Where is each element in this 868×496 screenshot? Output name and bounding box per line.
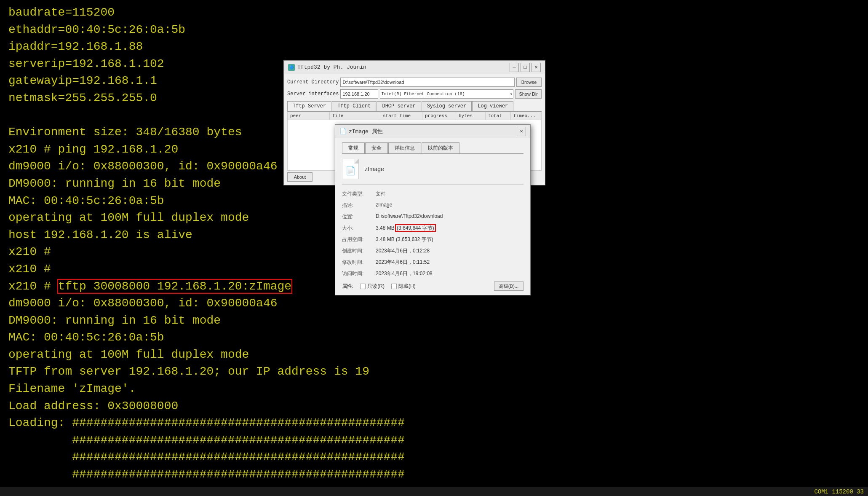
- props-tab-previous[interactable]: 以前的版本: [422, 142, 459, 153]
- col-total: total: [486, 112, 511, 120]
- show-dir-button[interactable]: Show Dir: [515, 89, 542, 99]
- props-attr-row: 属性: 只读(R) 隐藏(H) 高级(D)...: [342, 282, 523, 291]
- props-hidden-checkbox[interactable]: [391, 284, 397, 289]
- props-row-desc: 描述: zImage: [342, 202, 523, 209]
- tftp-close-btn[interactable]: ✕: [531, 63, 541, 72]
- current-dir-input[interactable]: [340, 78, 515, 87]
- server-name-text: Intel(R) Ethernet Connection (16) I219: [381, 92, 465, 97]
- size-highlight: (3,649,644 字节): [396, 225, 435, 231]
- col-bytes: bytes: [456, 112, 486, 120]
- props-row-accessed: 访问时间: 2023年4月6日，19:02:08: [342, 270, 523, 277]
- col-progress: progress: [422, 112, 456, 120]
- props-title-controls[interactable]: ✕: [517, 127, 526, 136]
- props-key-accessed: 访问时间:: [342, 270, 376, 277]
- col-peer: peer: [288, 112, 330, 120]
- props-tab-details[interactable]: 详细信息: [388, 142, 421, 153]
- props-title-left: 📄 zImage 属性: [339, 128, 383, 135]
- props-hidden-text: 隐藏(H): [398, 283, 416, 290]
- server-ip-input[interactable]: [340, 89, 378, 99]
- tftp-minimize-btn[interactable]: ─: [510, 63, 519, 72]
- props-close-btn[interactable]: ✕: [517, 127, 526, 136]
- props-key-size: 大小:: [342, 225, 376, 232]
- tftp-title-left: 🔷 Tftpd32 by Ph. Jounin: [288, 64, 366, 71]
- col-timeout: timeo...: [511, 112, 536, 120]
- server-name-dropdown[interactable]: Intel(R) Ethernet Connection (16) I219 ▼: [380, 89, 513, 99]
- props-app-icon: 📄: [339, 128, 346, 135]
- props-key-filetype: 文件类型:: [342, 190, 376, 198]
- props-value-size: 3.48 MB (3,649,644 字节): [376, 225, 523, 232]
- server-interfaces-row: Server interfaces Intel(R) Ethernet Conn…: [287, 89, 542, 99]
- props-row-created: 创建时间: 2023年4月6日，0:12:28: [342, 247, 523, 255]
- props-icon-row: 📄 zImage: [342, 159, 523, 185]
- props-value-location: D:\software\Tftpd32\download: [376, 213, 523, 220]
- props-titlebar: 📄 zImage 属性 ✕: [335, 125, 530, 138]
- props-value-desc: zImage: [376, 202, 523, 209]
- props-readonly-text: 只读(R): [367, 283, 385, 290]
- browse-button[interactable]: Browse: [516, 78, 542, 87]
- props-row-size: 大小: 3.48 MB (3,649,644 字节): [342, 225, 523, 232]
- props-key-modified: 修改时间:: [342, 259, 376, 266]
- server-interfaces-label: Server interfaces: [287, 91, 339, 97]
- tab-tftp-server[interactable]: Tftp Server: [287, 101, 331, 111]
- props-value-accessed: 2023年4月6日，19:02:08: [376, 270, 523, 277]
- props-row-filetype: 文件类型: 文件: [342, 190, 523, 198]
- col-start-time: start time: [380, 112, 422, 120]
- statusbar: COM1 115200 33: [0, 487, 868, 496]
- props-file-icon: 📄: [342, 159, 359, 179]
- props-body: 常规 安全 详细信息 以前的版本 📄 zImage 文件类型: 文件 描述: z…: [335, 138, 530, 295]
- props-key-used: 占用空间:: [342, 236, 376, 243]
- props-advanced-btn[interactable]: 高级(D)...: [494, 282, 523, 291]
- props-key-desc: 描述:: [342, 202, 376, 209]
- tftp-app-icon: 🔷: [288, 64, 295, 71]
- about-button[interactable]: About: [287, 172, 312, 182]
- props-readonly-label[interactable]: 只读(R): [360, 283, 385, 290]
- tab-syslog-server[interactable]: Syslog server: [422, 101, 472, 111]
- tftp-table-header: peer file start time progress bytes tota…: [287, 112, 542, 120]
- tftp-titlebar: 🔷 Tftpd32 by Ph. Jounin ─ □ ✕: [284, 61, 545, 74]
- current-dir-row: Current Directory Browse: [287, 78, 542, 87]
- current-dir-label: Current Directory: [287, 79, 339, 85]
- props-value-modified: 2023年4月6日，0:11:52: [376, 259, 523, 266]
- props-key-location: 位置:: [342, 213, 376, 220]
- props-tab-general[interactable]: 常规: [342, 142, 365, 153]
- props-dialog: 📄 zImage 属性 ✕ 常规 安全 详细信息 以前的版本 📄 zImage …: [335, 124, 531, 295]
- props-tabs: 常规 安全 详细信息 以前的版本: [342, 142, 523, 154]
- props-filename: zImage: [365, 166, 384, 172]
- dropdown-arrow-icon: ▼: [510, 92, 513, 96]
- tab-dhcp-server[interactable]: DHCP server: [377, 101, 421, 111]
- props-row-used: 占用空间: 3.48 MB (3,653,632 字节): [342, 236, 523, 243]
- file-icon-symbol: 📄: [345, 166, 356, 176]
- tab-log-viewer[interactable]: Log viewer: [472, 101, 513, 111]
- tftp-maximize-btn[interactable]: □: [521, 63, 530, 72]
- props-value-used: 3.48 MB (3,653,632 字节): [376, 236, 523, 243]
- tftp-title-controls[interactable]: ─ □ ✕: [510, 63, 541, 72]
- props-value-filetype: 文件: [376, 190, 523, 198]
- props-attr-label: 属性:: [342, 283, 353, 290]
- props-row-location: 位置: D:\software\Tftpd32\download: [342, 213, 523, 220]
- tftp-tabs: Tftp Server Tftp Client DHCP server Sysl…: [287, 101, 542, 112]
- props-title-text: zImage 属性: [349, 128, 383, 135]
- tab-tftp-client[interactable]: Tftp Client: [332, 101, 376, 111]
- statusbar-right: COM1 115200 33: [814, 488, 864, 495]
- props-key-created: 创建时间:: [342, 247, 376, 255]
- props-readonly-checkbox[interactable]: [360, 284, 366, 289]
- props-row-modified: 修改时间: 2023年4月6日，0:11:52: [342, 259, 523, 266]
- props-value-created: 2023年4月6日，0:12:28: [376, 247, 523, 255]
- col-file: file: [330, 112, 380, 120]
- props-hidden-label[interactable]: 隐藏(H): [391, 283, 416, 290]
- tftp-title-text: Tftpd32 by Ph. Jounin: [297, 64, 366, 70]
- props-tab-security[interactable]: 安全: [365, 142, 388, 153]
